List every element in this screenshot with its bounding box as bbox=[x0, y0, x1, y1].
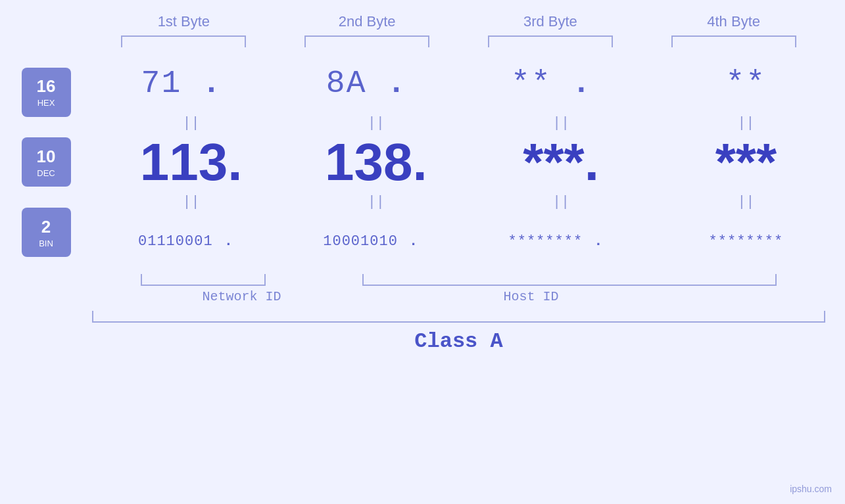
dec-row: 113 . 138 . *** . *** bbox=[92, 133, 845, 192]
eq-1-4: || bbox=[673, 115, 818, 131]
class-section: Class A bbox=[0, 311, 845, 354]
equals-row-1: || || || || bbox=[92, 113, 845, 133]
bracket-top-3 bbox=[488, 35, 613, 47]
byte-headers: 1st Byte 2nd Byte 3rd Byte 4th Byte bbox=[0, 13, 845, 30]
hex-badge-number: 16 bbox=[37, 76, 56, 97]
byte4-header: 4th Byte bbox=[662, 13, 806, 30]
byte3-header: 3rd Byte bbox=[478, 13, 623, 30]
bin-cell-2: 10001010 . bbox=[304, 233, 448, 250]
bin-dot-1: . bbox=[216, 233, 242, 250]
hex-cell-3: ** . bbox=[489, 66, 633, 101]
byte2-header: 2nd Byte bbox=[295, 13, 439, 30]
hex-badge-label: HEX bbox=[37, 98, 55, 108]
eq-1-3: || bbox=[489, 115, 633, 131]
content-area: 16 HEX 10 DEC 2 BIN 71 . 8A bbox=[0, 54, 845, 271]
host-bracket-container bbox=[352, 274, 786, 286]
top-brackets bbox=[0, 35, 845, 47]
dec-val-4: *** bbox=[715, 132, 777, 193]
dec-val-1: 113 bbox=[140, 132, 228, 193]
class-label-row: Class A bbox=[92, 329, 825, 354]
network-bracket-container bbox=[131, 274, 276, 286]
dec-cell-2: 138 . bbox=[304, 132, 448, 193]
hex-val-4: ** bbox=[726, 66, 767, 101]
class-label: Class A bbox=[414, 329, 502, 354]
dec-val-2: 138 bbox=[325, 132, 412, 193]
class-full-bracket bbox=[92, 311, 825, 323]
main-container: 1st Byte 2nd Byte 3rd Byte 4th Byte 16 H… bbox=[0, 0, 845, 504]
rows-area: 71 . 8A . ** . ** || || | bbox=[92, 54, 845, 271]
bin-cell-1: 01110001 . bbox=[119, 233, 264, 250]
dec-cell-4: *** bbox=[673, 132, 818, 193]
eq-1-2: || bbox=[304, 115, 448, 131]
bin-dot-2: . bbox=[400, 233, 427, 250]
eq-1-1: || bbox=[119, 115, 264, 131]
dec-dot-1: . bbox=[228, 132, 242, 193]
host-id-label: Host ID bbox=[503, 289, 558, 304]
dec-badge-label: DEC bbox=[37, 168, 55, 178]
hex-dot-2: . bbox=[368, 66, 424, 101]
dec-cell-3: *** . bbox=[489, 132, 633, 193]
host-id-bracket bbox=[362, 274, 777, 286]
eq-2-1: || bbox=[119, 194, 264, 210]
hex-val-1: 71 bbox=[141, 66, 182, 101]
hex-val-3: ** bbox=[511, 66, 552, 101]
hex-val-2: 8A bbox=[326, 66, 367, 101]
bin-val-1: 01110001 bbox=[138, 233, 213, 250]
bin-val-2: 10001010 bbox=[323, 233, 398, 250]
bracket-top-2 bbox=[304, 35, 429, 47]
bin-badge: 2 BIN bbox=[22, 208, 71, 257]
network-id-bracket bbox=[141, 274, 266, 286]
hex-cell-1: 71 . bbox=[119, 66, 264, 101]
byte1-header: 1st Byte bbox=[111, 13, 256, 30]
bracket-top-1 bbox=[121, 35, 246, 47]
bin-row: 01110001 . 10001010 . ******** . *******… bbox=[92, 212, 845, 271]
eq-2-2: || bbox=[304, 194, 448, 210]
hex-cell-2: 8A . bbox=[304, 66, 448, 101]
dec-val-3: *** bbox=[523, 132, 584, 193]
hex-dot-1: . bbox=[183, 66, 239, 101]
hex-dot-3: . bbox=[553, 66, 610, 101]
bin-cell-4: ******** bbox=[673, 233, 818, 250]
hex-cell-4: ** bbox=[673, 66, 818, 101]
dec-dot-3: . bbox=[585, 132, 599, 193]
hex-badge: 16 HEX bbox=[22, 68, 71, 117]
bin-val-4: ******** bbox=[709, 233, 784, 250]
eq-2-3: || bbox=[489, 194, 633, 210]
dec-badge-number: 10 bbox=[37, 147, 56, 167]
host-id-label-container: Host ID bbox=[314, 289, 748, 304]
bracket-top-4 bbox=[671, 35, 796, 47]
dec-cell-1: 113 . bbox=[119, 132, 264, 193]
equals-row-2: || || || || bbox=[92, 192, 845, 212]
bottom-brackets-row bbox=[92, 274, 825, 286]
bin-badge-number: 2 bbox=[41, 217, 51, 237]
bin-dot-3: . bbox=[585, 233, 612, 250]
dec-dot-2: . bbox=[413, 132, 427, 193]
dec-badge: 10 DEC bbox=[22, 137, 71, 187]
labels-row: Network ID Host ID bbox=[78, 289, 768, 304]
network-id-label-container: Network ID bbox=[170, 289, 314, 304]
bin-badge-label: BIN bbox=[39, 239, 53, 248]
footer: ipshu.com bbox=[790, 484, 832, 494]
bottom-brackets-section bbox=[0, 274, 845, 286]
eq-2-4: || bbox=[673, 194, 818, 210]
bin-cell-3: ******** . bbox=[489, 233, 633, 250]
hex-row: 71 . 8A . ** . ** bbox=[92, 54, 845, 113]
footer-text: ipshu.com bbox=[790, 484, 832, 494]
network-id-label: Network ID bbox=[202, 289, 281, 304]
badges-column: 16 HEX 10 DEC 2 BIN bbox=[0, 54, 92, 271]
bin-val-3: ******** bbox=[508, 233, 583, 250]
